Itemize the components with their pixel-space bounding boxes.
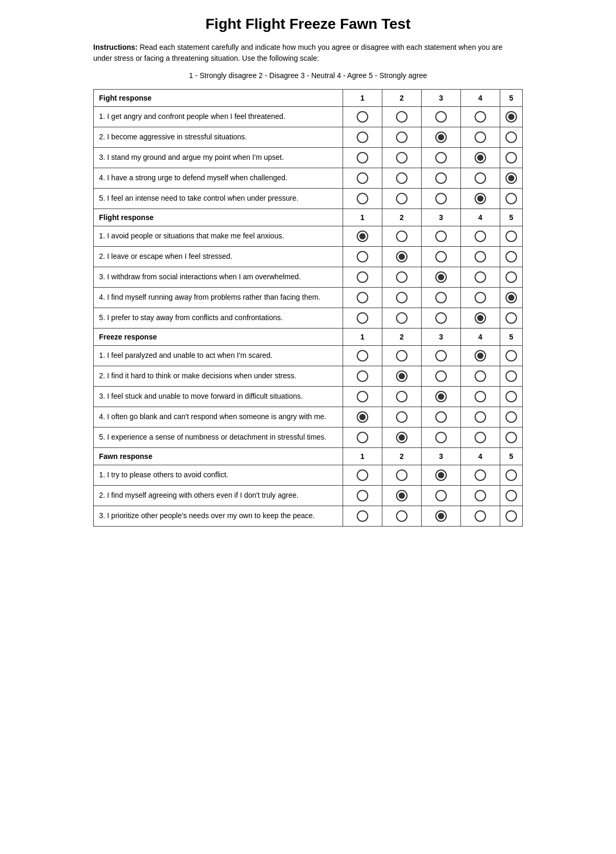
radio-unselected[interactable] [357,271,368,283]
radio-cell[interactable] [343,465,382,486]
radio-unselected[interactable] [505,152,517,163]
radio-cell[interactable] [460,148,500,168]
radio-cell[interactable] [382,168,421,189]
radio-cell[interactable] [460,506,500,527]
radio-selected[interactable] [435,469,447,481]
radio-unselected[interactable] [475,271,486,283]
radio-cell[interactable] [460,288,500,308]
radio-unselected[interactable] [435,111,447,123]
radio-cell[interactable] [382,486,421,506]
radio-unselected[interactable] [435,231,447,242]
radio-selected[interactable] [475,152,486,163]
radio-unselected[interactable] [505,251,517,262]
radio-unselected[interactable] [475,391,486,402]
radio-selected[interactable] [505,292,517,303]
radio-cell[interactable] [500,148,522,168]
radio-cell[interactable] [382,428,421,448]
radio-cell[interactable] [421,148,460,168]
radio-unselected[interactable] [435,411,447,423]
radio-cell[interactable] [382,387,421,407]
radio-unselected[interactable] [505,370,517,382]
radio-cell[interactable] [382,107,421,127]
radio-cell[interactable] [460,127,500,148]
radio-unselected[interactable] [475,490,486,501]
radio-unselected[interactable] [475,231,486,242]
radio-unselected[interactable] [505,510,517,522]
radio-cell[interactable] [382,127,421,148]
radio-unselected[interactable] [505,490,517,501]
radio-unselected[interactable] [435,251,447,262]
radio-cell[interactable] [460,346,500,366]
radio-cell[interactable] [343,107,382,127]
radio-unselected[interactable] [396,391,408,402]
radio-cell[interactable] [343,127,382,148]
radio-cell[interactable] [500,387,522,407]
radio-selected[interactable] [435,391,447,402]
radio-unselected[interactable] [396,292,408,303]
radio-unselected[interactable] [357,111,368,123]
radio-unselected[interactable] [396,510,408,522]
radio-unselected[interactable] [475,292,486,303]
radio-selected[interactable] [357,411,368,423]
radio-cell[interactable] [343,226,382,247]
radio-unselected[interactable] [475,411,486,423]
radio-cell[interactable] [460,428,500,448]
radio-unselected[interactable] [435,350,447,362]
radio-unselected[interactable] [357,292,368,303]
radio-cell[interactable] [343,506,382,527]
radio-cell[interactable] [500,428,522,448]
radio-unselected[interactable] [396,411,408,423]
radio-selected[interactable] [396,490,408,501]
radio-cell[interactable] [460,107,500,127]
radio-cell[interactable] [421,247,460,267]
radio-cell[interactable] [500,366,522,387]
radio-unselected[interactable] [357,490,368,501]
radio-cell[interactable] [460,267,500,288]
radio-cell[interactable] [500,107,522,127]
radio-cell[interactable] [421,267,460,288]
radio-cell[interactable] [421,346,460,366]
radio-cell[interactable] [500,127,522,148]
radio-unselected[interactable] [505,411,517,423]
radio-cell[interactable] [382,288,421,308]
radio-cell[interactable] [421,366,460,387]
radio-cell[interactable] [382,366,421,387]
radio-unselected[interactable] [357,152,368,163]
radio-cell[interactable] [343,189,382,209]
radio-unselected[interactable] [357,469,368,481]
radio-unselected[interactable] [435,292,447,303]
radio-cell[interactable] [421,226,460,247]
radio-unselected[interactable] [505,432,517,443]
radio-unselected[interactable] [396,469,408,481]
radio-unselected[interactable] [475,370,486,382]
radio-cell[interactable] [421,168,460,189]
radio-cell[interactable] [460,226,500,247]
radio-unselected[interactable] [396,193,408,204]
radio-cell[interactable] [382,148,421,168]
radio-cell[interactable] [343,148,382,168]
radio-cell[interactable] [500,226,522,247]
radio-cell[interactable] [382,267,421,288]
radio-cell[interactable] [500,288,522,308]
radio-unselected[interactable] [357,370,368,382]
radio-cell[interactable] [460,486,500,506]
radio-cell[interactable] [382,346,421,366]
radio-unselected[interactable] [475,469,486,481]
radio-cell[interactable] [343,247,382,267]
radio-unselected[interactable] [505,312,517,324]
radio-cell[interactable] [460,308,500,329]
radio-unselected[interactable] [475,111,486,123]
radio-unselected[interactable] [475,432,486,443]
radio-cell[interactable] [460,247,500,267]
radio-cell[interactable] [382,189,421,209]
radio-unselected[interactable] [357,510,368,522]
radio-cell[interactable] [382,308,421,329]
radio-unselected[interactable] [357,193,368,204]
radio-cell[interactable] [500,465,522,486]
radio-selected[interactable] [357,231,368,242]
radio-cell[interactable] [500,189,522,209]
radio-unselected[interactable] [357,312,368,324]
radio-selected[interactable] [396,370,408,382]
radio-cell[interactable] [421,428,460,448]
radio-unselected[interactable] [396,152,408,163]
